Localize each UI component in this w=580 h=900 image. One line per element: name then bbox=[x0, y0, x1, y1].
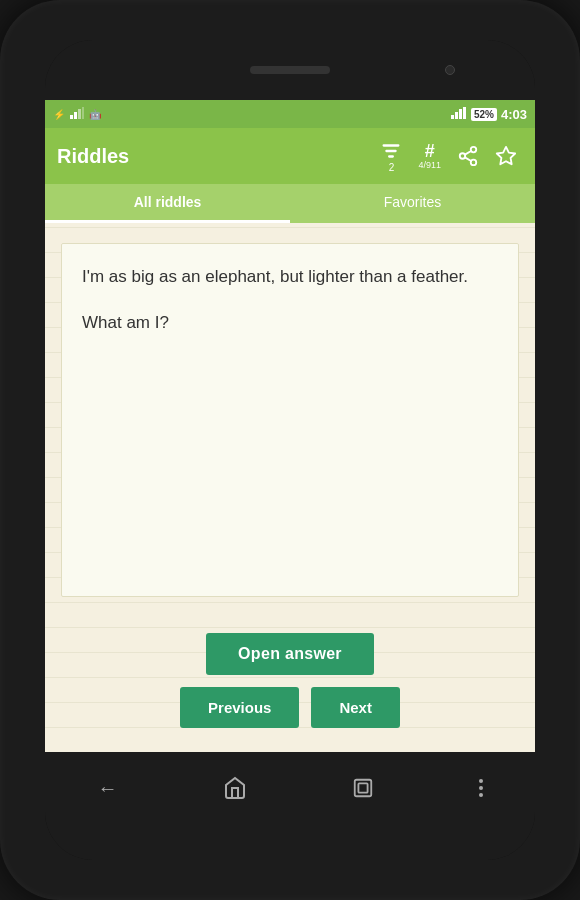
filter-button[interactable]: 2 bbox=[374, 134, 408, 179]
status-bar: ⚡ 🤖 bbox=[45, 100, 535, 128]
svg-line-12 bbox=[465, 151, 471, 155]
open-answer-button[interactable]: Open answer bbox=[206, 633, 374, 675]
svg-rect-4 bbox=[451, 115, 454, 119]
nav-buttons: Previous Next bbox=[180, 687, 400, 728]
favorite-button[interactable] bbox=[489, 139, 523, 173]
usb-icon: ⚡ bbox=[53, 109, 65, 120]
menu-button[interactable] bbox=[479, 779, 483, 797]
back-button[interactable]: ← bbox=[98, 777, 118, 800]
status-right: 52% 4:03 bbox=[451, 107, 527, 122]
riddle-question: What am I? bbox=[82, 310, 498, 336]
bottom-bezel bbox=[45, 824, 535, 860]
svg-rect-15 bbox=[358, 783, 367, 792]
home-button[interactable] bbox=[223, 776, 247, 800]
speaker bbox=[250, 66, 330, 74]
signal-bars-icon bbox=[70, 107, 84, 121]
battery-icon: 52% bbox=[471, 108, 497, 121]
riddle-text: I'm as big as an elephant, but lighter t… bbox=[82, 264, 498, 290]
svg-marker-13 bbox=[497, 147, 515, 164]
content-area: I'm as big as an elephant, but lighter t… bbox=[45, 223, 535, 752]
front-camera bbox=[445, 65, 455, 75]
app-bar: Riddles 2 # 4/911 bbox=[45, 128, 535, 184]
riddle-card: I'm as big as an elephant, but lighter t… bbox=[61, 243, 519, 597]
svg-rect-5 bbox=[455, 112, 458, 119]
recents-button[interactable] bbox=[352, 777, 374, 799]
signal-icon bbox=[451, 107, 467, 121]
svg-rect-3 bbox=[82, 107, 84, 119]
status-icons-left: ⚡ 🤖 bbox=[53, 107, 101, 121]
share-button[interactable] bbox=[451, 139, 485, 173]
app-bar-actions: 2 # 4/911 bbox=[374, 134, 523, 179]
filter-count: 2 bbox=[389, 162, 395, 173]
top-bezel bbox=[45, 40, 535, 100]
hash-icon: # bbox=[425, 142, 435, 160]
buttons-area: Open answer Previous Next bbox=[45, 617, 535, 752]
next-button[interactable]: Next bbox=[311, 687, 400, 728]
phone-frame: ⚡ 🤖 bbox=[0, 0, 580, 900]
phone-screen: ⚡ 🤖 bbox=[45, 40, 535, 860]
hash-count: 4/911 bbox=[418, 160, 441, 170]
tab-favorites[interactable]: Favorites bbox=[290, 184, 535, 223]
tab-bar: All riddles Favorites bbox=[45, 184, 535, 223]
svg-rect-0 bbox=[70, 115, 73, 119]
bottom-nav-bar: ← bbox=[45, 752, 535, 824]
hash-button[interactable]: # 4/911 bbox=[412, 136, 447, 176]
tab-all-riddles[interactable]: All riddles bbox=[45, 184, 290, 223]
svg-rect-7 bbox=[463, 107, 466, 119]
svg-rect-2 bbox=[78, 109, 81, 119]
time-display: 4:03 bbox=[501, 107, 527, 122]
svg-rect-14 bbox=[354, 780, 371, 797]
app-title: Riddles bbox=[57, 145, 366, 168]
svg-rect-1 bbox=[74, 112, 77, 119]
svg-line-11 bbox=[465, 157, 471, 161]
android-icon: 🤖 bbox=[89, 109, 101, 120]
svg-rect-6 bbox=[459, 109, 462, 119]
previous-button[interactable]: Previous bbox=[180, 687, 299, 728]
